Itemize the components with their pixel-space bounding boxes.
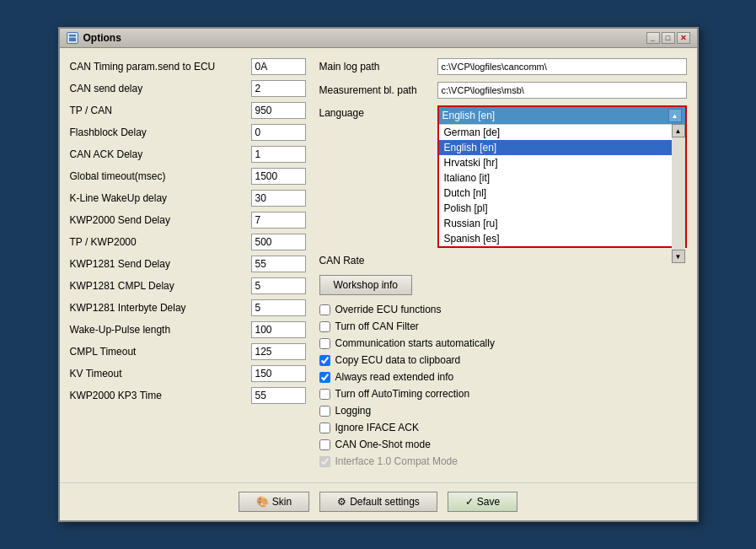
main-log-path-row: Main log path <box>319 58 687 75</box>
left-row-label: KWP1281 Interbyte Delay <box>70 302 251 314</box>
left-row-label: KV Timeout <box>70 368 251 379</box>
left-row-input[interactable] <box>251 124 306 141</box>
maximize-button[interactable]: □ <box>662 32 675 44</box>
left-row-label: KWP2000 KP3 Time <box>70 390 251 401</box>
checkboxes-container: Override ECU functionsTurn off CAN Filte… <box>319 304 687 467</box>
scrollbar-up-btn[interactable]: ▲ <box>672 124 685 137</box>
left-form-row: KWP1281 CMPL Delay <box>70 277 306 294</box>
checkbox-input[interactable] <box>319 321 330 332</box>
dropdown-item[interactable]: Polish [pl] <box>439 201 685 216</box>
dropdown-item[interactable]: Dutch [nl] <box>439 186 685 201</box>
skin-label: Skin <box>272 496 292 508</box>
main-log-path-label: Main log path <box>319 61 437 73</box>
main-log-path-input[interactable] <box>437 58 687 75</box>
left-row-input[interactable] <box>251 58 306 75</box>
can-rate-label: CAN Rate <box>319 255 437 266</box>
left-form-row: TP / KWP2000 <box>70 234 306 250</box>
left-row-input[interactable] <box>251 343 306 360</box>
left-row-label: CMPL Timeout <box>70 346 251 358</box>
left-panel: CAN Timing param.send to ECU CAN send de… <box>70 58 306 472</box>
window-title: Options <box>83 32 121 44</box>
checkbox-input[interactable] <box>319 372 330 383</box>
left-row-label: K-Line WakeUp delay <box>70 192 251 204</box>
left-row-label: Global timeout(msec) <box>70 170 251 182</box>
title-bar: Options _ □ ✕ <box>60 29 697 48</box>
left-row-label: KWP1281 Send Delay <box>70 258 251 270</box>
left-row-input[interactable] <box>251 299 306 316</box>
checkbox-row: Logging <box>319 405 687 417</box>
selected-language: English [en] <box>442 110 496 121</box>
default-icon: ⚙ <box>337 496 346 508</box>
close-button[interactable]: ✕ <box>677 32 690 44</box>
checkbox-input[interactable] <box>319 389 330 400</box>
save-label: Save <box>477 496 500 508</box>
left-row-label: Flashblock Delay <box>70 126 251 138</box>
checkbox-label: Override ECU functions <box>335 304 442 315</box>
left-form-row: KWP2000 KP3 Time <box>70 387 306 404</box>
left-row-input[interactable] <box>251 256 306 272</box>
left-form-row: K-Line WakeUp delay <box>70 190 306 207</box>
content-area: CAN Timing param.send to ECU CAN send de… <box>60 48 697 482</box>
left-row-label: TP / KWP2000 <box>70 236 251 248</box>
checkbox-label: CAN One-Shot mode <box>335 439 431 450</box>
left-row-input[interactable] <box>251 365 306 382</box>
checkbox-input[interactable] <box>319 338 330 349</box>
checkbox-row: Ignore IFACE ACK <box>319 422 687 433</box>
left-form-row: CAN ACK Delay <box>70 146 306 163</box>
scrollbar-down-btn[interactable]: ▼ <box>672 250 685 263</box>
checkbox-input[interactable] <box>319 423 330 433</box>
checkbox-row: CAN One-Shot mode <box>319 439 687 450</box>
title-buttons: _ □ ✕ <box>646 32 690 44</box>
checkbox-input[interactable] <box>319 406 330 417</box>
measurement-path-input[interactable] <box>437 82 687 99</box>
left-row-label: CAN Timing param.send to ECU <box>70 61 251 73</box>
language-dropdown[interactable]: English [en] ▲ German [de]English [en]Hr… <box>437 105 687 248</box>
checkbox-input[interactable] <box>319 439 330 450</box>
minimize-button[interactable]: _ <box>646 32 660 44</box>
left-row-input[interactable] <box>251 387 306 404</box>
left-form-row: Wake-Up-Pulse length <box>70 321 306 338</box>
checkbox-row: Communication starts automatically <box>319 337 687 349</box>
left-row-input[interactable] <box>251 80 306 97</box>
left-row-input[interactable] <box>251 234 306 250</box>
left-form-row: KWP2000 Send Delay <box>70 212 306 229</box>
default-settings-button[interactable]: ⚙ Default settings <box>319 492 437 512</box>
left-row-input[interactable] <box>251 190 306 207</box>
left-form-row: CAN Timing param.send to ECU <box>70 58 306 75</box>
left-row-input[interactable] <box>251 168 306 185</box>
right-panel: Main log path Measurement bl. path Langu… <box>319 58 687 472</box>
measurement-path-label: Measurement bl. path <box>319 84 437 96</box>
checkbox-input[interactable] <box>319 304 330 315</box>
checkbox-label: Turn off CAN Filter <box>335 320 419 332</box>
left-form-row: TP / CAN <box>70 102 306 119</box>
left-form-row: Flashblock Delay <box>70 124 306 141</box>
dropdown-item[interactable]: Hrvatski [hr] <box>439 155 685 170</box>
left-row-input[interactable] <box>251 212 306 229</box>
dropdown-header[interactable]: English [en] ▲ <box>439 107 685 124</box>
skin-button[interactable]: 🎨 Skin <box>239 492 309 512</box>
left-row-input[interactable] <box>251 102 306 119</box>
default-label: Default settings <box>350 496 420 508</box>
dropdown-arrow-up[interactable]: ▲ <box>668 109 682 122</box>
measurement-path-row: Measurement bl. path <box>319 82 687 99</box>
checkbox-label: Always read extended info <box>335 371 454 383</box>
left-row-input[interactable] <box>251 321 306 338</box>
checkbox-row: Interface 1.0 Compat Mode <box>319 455 687 467</box>
checkbox-input[interactable] <box>319 355 330 366</box>
dropdown-item[interactable]: Spanish [es] <box>439 231 685 246</box>
checkbox-row: Override ECU functions <box>319 304 687 315</box>
dropdown-item[interactable]: Russian [ru] <box>439 216 685 231</box>
dropdown-item[interactable]: English [en] <box>439 140 685 155</box>
left-form-row: CAN send delay <box>70 80 306 97</box>
left-row-label: CAN ACK Delay <box>70 148 251 160</box>
dropdown-item[interactable]: Italiano [it] <box>439 170 685 186</box>
title-bar-left: Options <box>67 32 121 44</box>
left-row-input[interactable] <box>251 277 306 294</box>
left-row-input[interactable] <box>251 146 306 163</box>
dropdown-item[interactable]: German [de] <box>439 125 685 140</box>
language-label: Language <box>319 105 437 119</box>
left-row-label: CAN send delay <box>70 83 251 94</box>
save-button[interactable]: ✓ Save <box>448 492 517 512</box>
workshop-info-button[interactable]: Workshop info <box>319 275 412 295</box>
left-form-row: Global timeout(msec) <box>70 168 306 185</box>
